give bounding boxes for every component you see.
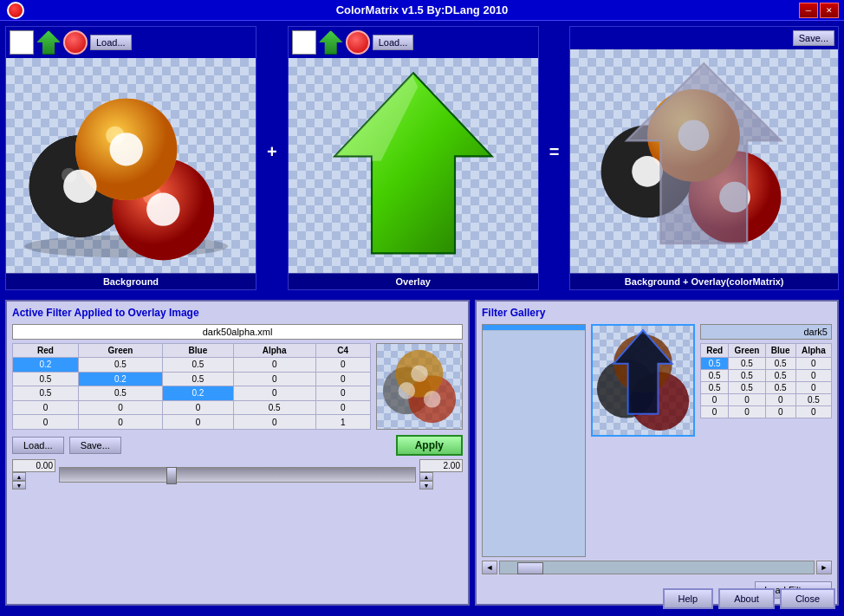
- gallery-matrix-cell[interactable]: 0: [795, 382, 831, 394]
- slider-thumb[interactable]: [166, 467, 177, 484]
- gcol-blue: Blue: [765, 344, 795, 358]
- matrix-cell[interactable]: 0: [163, 415, 234, 430]
- matrix-table: Red Green Blue Alpha C4 0.2 0.5 0.5 0: [12, 343, 371, 430]
- matrix-cell[interactable]: 0: [233, 358, 315, 373]
- matrix-cell[interactable]: 0.5: [13, 386, 79, 401]
- matrix-cell[interactable]: 0: [13, 415, 79, 430]
- gallery-matrix-cell[interactable]: 0.5: [765, 370, 795, 382]
- matrix-cell[interactable]: 0.5: [13, 372, 79, 386]
- scroll-right-button[interactable]: ►: [816, 561, 832, 574]
- title-bar: ColorMatrix v1.5 By:DLang 2010 ─ ✕: [0, 0, 844, 21]
- scroll-track[interactable]: [499, 561, 815, 574]
- matrix-row: 0.5 0.5 0.2 0 0: [13, 386, 371, 401]
- gallery-matrix-cell[interactable]: 0.5: [729, 358, 765, 370]
- matrix-cell[interactable]: 0.2: [78, 372, 162, 386]
- gallery-matrix-cell[interactable]: 0.5: [729, 382, 765, 394]
- matrix-cell[interactable]: 0: [78, 415, 162, 430]
- svg-point-10: [109, 133, 142, 165]
- panel3-save-button[interactable]: Save...: [793, 30, 834, 46]
- gallery-matrix-cell[interactable]: 0: [765, 406, 795, 418]
- gallery-matrix-cell[interactable]: 0.5: [701, 370, 729, 382]
- panel2-load-button[interactable]: Load...: [373, 35, 414, 50]
- filter-bottom-controls: Load... Save... Apply: [12, 435, 463, 456]
- filter-load-button[interactable]: Load...: [12, 437, 64, 454]
- panel2-toolbar: Load...: [289, 27, 538, 58]
- gallery-matrix-cell[interactable]: 0: [701, 406, 729, 418]
- plus-operator: +: [260, 142, 284, 162]
- gallery-list[interactable]: [482, 324, 586, 557]
- main-content: Load...: [0, 21, 844, 611]
- gcol-green: Green: [729, 344, 765, 358]
- slider-row: ▲ ▼ ▲ ▼: [12, 459, 463, 490]
- matrix-cell[interactable]: 0: [315, 358, 370, 373]
- gallery-matrix-cell[interactable]: 0: [795, 358, 831, 370]
- slider-min-input[interactable]: [12, 459, 55, 472]
- matrix-cell[interactable]: 0.5: [78, 386, 162, 401]
- gallery-list-item[interactable]: [483, 325, 585, 331]
- spin-max-buttons: ▲ ▼: [419, 472, 463, 490]
- result-panel: Save...: [569, 26, 839, 290]
- result-image: [570, 49, 838, 273]
- gallery-matrix-cell[interactable]: 0: [729, 394, 765, 406]
- gallery-matrix-cell[interactable]: 0.5: [701, 382, 729, 394]
- minimize-button[interactable]: ─: [799, 3, 818, 18]
- gallery-matrix-cell[interactable]: 0.5: [729, 370, 765, 382]
- active-filter-panel: Active Filter Applied to Overlay Image d…: [5, 300, 470, 606]
- matrix-cell[interactable]: 0: [163, 400, 234, 415]
- scroll-left-button[interactable]: ◄: [482, 561, 497, 574]
- window-controls: ─ ✕: [799, 3, 839, 18]
- bottom-row: Active Filter Applied to Overlay Image d…: [5, 300, 839, 606]
- gallery-matrix-row: 0 0 0 0: [701, 406, 832, 418]
- spin-min-down[interactable]: ▼: [12, 481, 26, 490]
- spin-max-down[interactable]: ▼: [419, 481, 433, 490]
- matrix-cell[interactable]: 0: [78, 400, 162, 415]
- matrix-cell[interactable]: 0.2: [13, 358, 79, 373]
- gallery-matrix-cell[interactable]: 0: [795, 406, 831, 418]
- col-alpha: Alpha: [233, 344, 315, 358]
- matrix-cell[interactable]: 0: [315, 400, 370, 415]
- gallery-matrix-cell[interactable]: 0: [701, 394, 729, 406]
- matrix-cell[interactable]: 0.5: [233, 400, 315, 415]
- close-button[interactable]: ✕: [820, 3, 839, 18]
- slider-track[interactable]: [59, 467, 416, 483]
- matrix-cell[interactable]: 0: [233, 372, 315, 386]
- scroll-thumb[interactable]: [517, 562, 543, 574]
- matrix-cell[interactable]: 1: [315, 415, 370, 430]
- gallery-matrix-table: Red Green Blue Alpha 0.5 0.5 0.5: [700, 343, 832, 418]
- panel2-label: Overlay: [289, 273, 538, 289]
- panel1-toolbar: Load...: [6, 27, 256, 58]
- matrix-cell[interactable]: 0: [233, 386, 315, 401]
- help-button[interactable]: Help: [663, 588, 714, 609]
- gallery-matrix-cell[interactable]: 0.5: [701, 358, 729, 370]
- matrix-cell[interactable]: 0: [233, 415, 315, 430]
- matrix-cell[interactable]: 0.5: [163, 358, 234, 373]
- filter-preview: [376, 343, 463, 430]
- spin-max-up[interactable]: ▲: [419, 472, 433, 481]
- matrix-cell[interactable]: 0: [315, 372, 370, 386]
- circle-icon-2: [346, 30, 370, 55]
- gallery-matrix-cell[interactable]: 0.5: [765, 358, 795, 370]
- gallery-matrix-cell[interactable]: 0.5: [795, 394, 831, 406]
- gallery-matrix-cell[interactable]: 0: [795, 370, 831, 382]
- white-icon-2: [292, 30, 316, 55]
- col-red: Red: [13, 344, 79, 358]
- matrix-cell[interactable]: 0.5: [78, 358, 162, 373]
- gallery-matrix-cell[interactable]: 0: [729, 406, 765, 418]
- slider-max-input[interactable]: [419, 459, 463, 472]
- matrix-cell[interactable]: 0: [13, 400, 79, 415]
- overlay-panel: Load...: [288, 26, 539, 290]
- panel1-load-button[interactable]: Load...: [90, 35, 132, 50]
- gallery-matrix-row: 0.5 0.5 0.5 0: [701, 358, 832, 370]
- matrix-cell[interactable]: 0: [315, 386, 370, 401]
- spin-min-up[interactable]: ▲: [12, 472, 26, 481]
- matrix-cell[interactable]: 0.5: [163, 372, 234, 386]
- about-button[interactable]: About: [718, 588, 775, 609]
- col-c4: C4: [315, 344, 370, 358]
- gallery-matrix-cell[interactable]: 0: [765, 394, 795, 406]
- gallery-matrix-cell[interactable]: 0.5: [765, 382, 795, 394]
- filter-save-button[interactable]: Save...: [69, 437, 121, 454]
- matrix-cell[interactable]: 0.2: [163, 386, 234, 401]
- panel3-toolbar: Save...: [570, 27, 838, 49]
- apply-button[interactable]: Apply: [396, 435, 463, 456]
- close-button[interactable]: Close: [780, 588, 835, 609]
